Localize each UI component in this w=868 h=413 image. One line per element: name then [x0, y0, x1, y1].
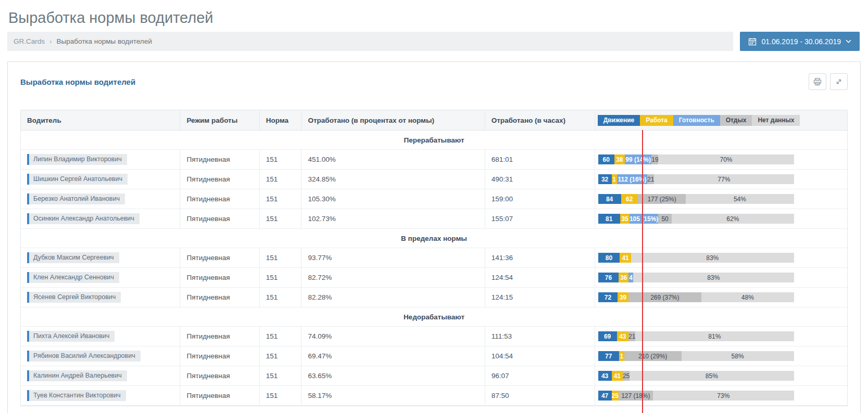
bar-segment-label: 1 [612, 176, 617, 183]
driver-name-chip[interactable]: Шишкин Сергей Анатольевич [27, 174, 128, 185]
driver-name-chip[interactable]: Клен Александр Сеннович [27, 272, 119, 283]
percent-cell: 63.65% [301, 366, 485, 385]
driver-name-chip[interactable]: Пихта Алексей Иванович [27, 331, 115, 342]
bar-segment-label: 127 (18%) [621, 392, 650, 399]
driver-row: Осинкин Александр АнатольевичПятидневная… [21, 209, 847, 229]
percent-cell: 58.17% [301, 386, 485, 405]
hours-cell: 141:36 [485, 248, 595, 267]
bar-segment-label: 21 [628, 333, 635, 340]
regime-cell: Пятидневная [180, 327, 259, 346]
regime-cell: Пятидневная [180, 248, 259, 267]
hours-cell: 124:54 [485, 268, 595, 287]
norm-cell: 151 [260, 327, 302, 346]
bar-segment-nodata: 58% [682, 351, 794, 361]
section-header-row: Недорабатывают [21, 307, 847, 327]
bar-segment-label: 73% [716, 392, 730, 399]
expand-button[interactable] [830, 73, 848, 90]
bar-segment-work: 41 [620, 253, 631, 263]
hours-cell: 111:53 [485, 327, 595, 346]
bar-segment-work: 35 [620, 214, 630, 224]
date-range-label: 01.06.2019 - 30.06.2019 [761, 37, 841, 46]
bar-segment-label: 60 [602, 156, 610, 163]
bar-segment-work: 62 [621, 194, 638, 204]
norm-cell: 151 [260, 346, 302, 366]
bar-segment-work: 1 [619, 351, 624, 361]
bar-segment-label: 69 [603, 333, 611, 340]
driver-name-chip[interactable]: Калинин Андрей Валерьевич [27, 370, 127, 381]
driver-cell: Ясенев Сергей Викторович [21, 288, 180, 307]
driver-name: Клен Александр Сеннович [29, 272, 119, 283]
activity-cell: 7239269 (37%)48% [595, 288, 847, 307]
activity-bar: 771210 (29%)58% [598, 351, 794, 361]
page-title: Выработка нормы водителей [8, 9, 860, 27]
bar-segment-nodata: 70% [658, 154, 794, 164]
bar-segment-label: 77 [605, 353, 612, 360]
activity-bar: 7636483% [598, 273, 794, 282]
driver-name-chip[interactable]: Липин Владимир Викторович [27, 154, 127, 165]
bar-segment-work: 36 [619, 273, 628, 282]
bar-segment-label: 25 [612, 392, 619, 399]
driver-name: Березко Анатолий Иванович [29, 193, 125, 204]
norm-cell: 151 [260, 150, 302, 169]
driver-name: Дубков Максим Сергеевич [29, 252, 119, 263]
bar-segment-driving: 81 [598, 214, 620, 224]
col-header-driver: Водитель [21, 110, 180, 130]
driver-name-chip[interactable]: Туев Константин Викторович [27, 390, 126, 401]
driver-row: Березко Анатолий ИвановичПятидневная1511… [21, 189, 847, 209]
driver-name-chip[interactable]: Рябинов Василий Александрович [27, 351, 141, 362]
bar-segment-work: 1 [612, 174, 617, 184]
driver-name-chip[interactable]: Дубков Максим Сергеевич [27, 252, 119, 263]
hours-cell: 104:54 [485, 346, 595, 366]
date-range-button[interactable]: 01.06.2019 - 30.06.2019 [740, 32, 860, 51]
hours-cell: 155:07 [485, 209, 595, 228]
regime-cell: Пятидневная [180, 346, 259, 366]
driver-cell: Пихта Алексей Иванович [21, 327, 180, 346]
section-header-row: В пределах нормы [21, 229, 847, 248]
driver-name-chip[interactable]: Осинкин Александр Анатольевич [27, 213, 140, 224]
driver-name-chip[interactable]: Ясенев Сергей Викторович [27, 292, 121, 303]
driver-cell: Клен Александр Сеннович [21, 268, 180, 287]
norm-cell: 151 [260, 268, 302, 287]
bar-segment-label: 62% [726, 215, 739, 223]
col-header-activity: ДвижениеРаботаГотовностьОтдыхНет данных [595, 110, 847, 130]
bar-segment-label: 43 [619, 333, 626, 340]
bar-segment-rest: 210 (29%) [624, 351, 682, 361]
print-button[interactable] [809, 73, 826, 90]
regime-cell: Пятидневная [180, 366, 259, 385]
bar-segment-driving: 72 [598, 292, 618, 302]
bar-segment-work: 25 [612, 391, 619, 401]
bar-segment-rest: 25 [623, 371, 630, 381]
activity-bar: 321112 (16%)2177% [598, 174, 794, 184]
regime-cell: Пятидневная [180, 170, 259, 189]
activity-bar: 804183% [598, 253, 794, 263]
activity-cell: 7636483% [595, 268, 847, 287]
percent-cell: 74.09% [301, 327, 485, 346]
section-title: Перерабатывают [404, 136, 464, 144]
bar-segment-nodata: 85% [630, 371, 794, 381]
bar-segment-label: 43 [601, 372, 609, 380]
chevron-down-icon [846, 40, 851, 43]
bar-segment-nodata: 83% [631, 253, 794, 263]
bar-segment-label: 81% [708, 333, 721, 340]
bar-segment-nodata: 77% [654, 174, 794, 184]
section-header-row: Перерабатывают [21, 131, 847, 150]
driver-cell: Калинин Андрей Валерьевич [21, 366, 180, 385]
regime-cell: Пятидневная [180, 288, 259, 307]
bar-segment-label: 54% [733, 196, 747, 203]
norm-cell: 151 [260, 189, 302, 209]
bar-segment-work: 43 [617, 331, 629, 341]
activity-bar: 7239269 (37%)48% [598, 292, 794, 302]
driver-name-chip[interactable]: Березко Анатолий Иванович [27, 193, 125, 204]
activity-bar: 603899 (14%)1970% [598, 154, 794, 164]
bar-segment-label: 58% [731, 353, 745, 360]
activity-bar: 8135105 (15%)5062% [598, 214, 794, 224]
breadcrumb-root-link[interactable]: GR.Cards [14, 37, 45, 45]
hours-cell: 159:00 [485, 189, 595, 209]
activity-bar: 43412585% [598, 371, 794, 381]
activity-bar: 69432181% [598, 331, 794, 341]
bar-segment-label: 41 [613, 372, 621, 380]
col-header-regime: Режим работы [180, 110, 259, 130]
breadcrumb: GR.Cards › Выработка нормы водителей [7, 32, 733, 51]
regime-cell: Пятидневная [180, 150, 259, 169]
bar-segment-label: 83% [706, 254, 719, 262]
